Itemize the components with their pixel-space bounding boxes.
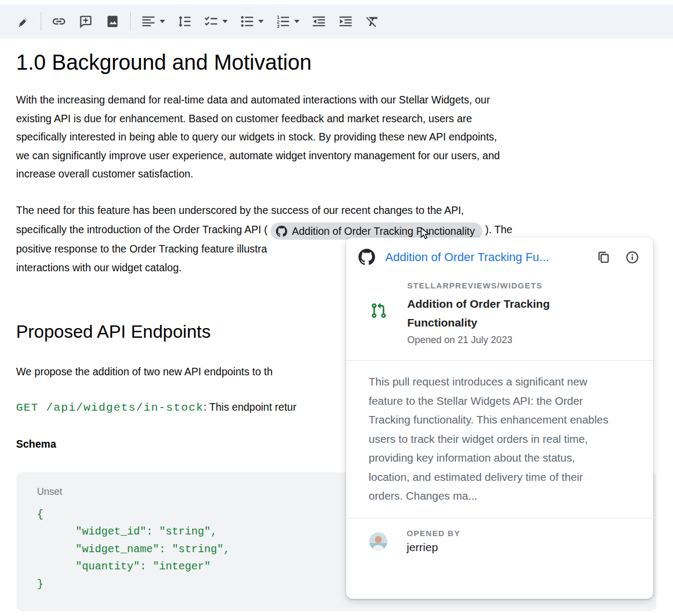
opened-by-column: OPENED BY jerriep: [407, 529, 460, 554]
line-spacing-icon[interactable]: [171, 11, 198, 32]
clear-formatting-icon[interactable]: [359, 11, 386, 32]
paragraph-2-line: The need for this feature has been under…: [16, 201, 512, 220]
chevron-down-icon: [294, 20, 300, 23]
paragraph-2-line: specifically the introduction of the Ord…: [16, 220, 512, 240]
toolbar-divider: [130, 12, 131, 31]
paragraph-1-line: increase overall customer satisfaction.: [16, 165, 500, 183]
github-logo-icon: [358, 249, 375, 265]
chevron-down-icon: [258, 20, 264, 23]
repo-label: STELLARPREVIEWS/WIDGETS: [407, 281, 579, 290]
align-left-icon[interactable]: [135, 11, 171, 32]
copy-link-icon[interactable]: [596, 250, 610, 264]
chip-prefix-text: specifically the introduction of the Ord…: [16, 224, 267, 235]
opened-by-label: OPENED BY: [407, 529, 460, 538]
paragraph-3-line: We propose the addition of two new API e…: [16, 362, 273, 381]
card-header: Addition of Order Tracking Fu...: [346, 238, 653, 273]
chip-suffix-text: ). The: [485, 224, 513, 235]
bulleted-list-icon[interactable]: [234, 11, 270, 32]
numbered-list-icon[interactable]: 123: [270, 11, 305, 32]
info-icon[interactable]: [625, 250, 639, 264]
insert-link-icon[interactable]: [46, 11, 72, 32]
endpoint-line: GET /api/widgets/in-stock: This endpoint…: [16, 398, 296, 418]
paragraph-1-line: specifically interested in being able to…: [16, 128, 500, 146]
add-comment-icon[interactable]: [72, 11, 99, 32]
card-title-link[interactable]: Addition of Order Tracking Fu...: [385, 250, 596, 264]
paragraph-1-line: we can significantly improve user experi…: [16, 146, 500, 165]
paragraph-1-line: With the increasing demand for real-time…: [16, 91, 500, 109]
increase-indent-icon[interactable]: [332, 11, 359, 32]
card-footer: OPENED BY jerriep: [346, 518, 653, 554]
svg-text:3: 3: [277, 24, 280, 29]
pr-title: Addition of Order Tracking Functionality: [407, 294, 579, 332]
pr-description: This pull request introduces a significa…: [346, 361, 631, 506]
doc-heading-1: 1.0 Background and Motivation: [16, 50, 311, 75]
author-name: jerriep: [407, 541, 460, 554]
toolbar: 123: [0, 4, 673, 39]
chevron-down-icon: [222, 20, 228, 23]
schema-heading: Schema: [16, 438, 56, 450]
decrease-indent-icon[interactable]: [305, 11, 332, 32]
pr-opened-date: Opened on 21 July 2023: [407, 335, 579, 346]
paragraph-1: With the increasing demand for real-time…: [16, 91, 500, 183]
paragraph-3: We propose the addition of two new API e…: [16, 362, 273, 381]
chevron-down-icon: [160, 20, 165, 23]
mouse-cursor: [420, 227, 432, 243]
insert-image-icon[interactable]: [99, 11, 126, 32]
page: 123 1.0 Background and Motivation With t…: [0, 0, 673, 616]
checklist-icon[interactable]: [198, 11, 234, 32]
toolbar-divider: [41, 12, 41, 31]
github-icon: [276, 226, 287, 237]
pr-summary-section: STELLARPREVIEWS/WIDGETS Addition of Orde…: [346, 273, 653, 346]
paragraph-1-line: existing API is due for enhancement. Bas…: [16, 109, 500, 128]
endpoint-desc-text: : This endpoint retur: [204, 401, 296, 413]
avatar: [369, 532, 387, 551]
pr-text-column: STELLARPREVIEWS/WIDGETS Addition of Orde…: [407, 281, 579, 346]
endpoint-code-text: GET /api/widgets/in-stock: [16, 402, 204, 414]
pull-request-icon: [370, 302, 387, 319]
github-preview-card: Addition of Order Tracking Fu... STELLAR…: [346, 238, 653, 599]
doc-heading-2: Proposed API Endpoints: [16, 322, 211, 342]
marker-pen-icon[interactable]: [11, 11, 36, 32]
